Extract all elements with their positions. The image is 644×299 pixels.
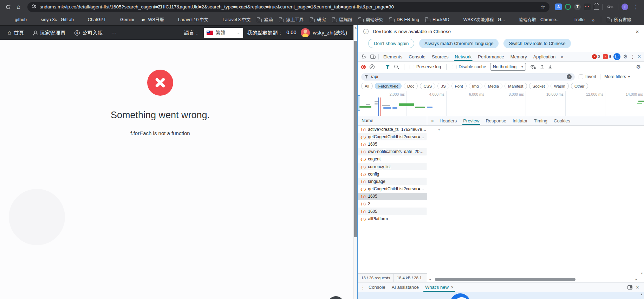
drawer-item[interactable]: Console xyxy=(365,282,389,292)
preview-line[interactable]: ▾220.8 xyxy=(427,196,644,202)
export-har-icon[interactable] xyxy=(548,65,552,69)
bookmark-item[interactable]: github xyxy=(4,15,30,24)
devtools-feedback-icon[interactable] xyxy=(613,53,620,60)
bookmark-item[interactable]: Laravel 10 中文 xyxy=(168,15,212,24)
filter-icon[interactable] xyxy=(385,65,390,69)
checkbox-icon[interactable] xyxy=(579,75,583,79)
detail-tab[interactable]: Initiator xyxy=(509,116,531,125)
scroll-up-icon[interactable] xyxy=(640,293,643,296)
preview-pane[interactable]: ▾cagent_game_rebate{1: 0.8, 2: 0.8, 3: 0… xyxy=(427,126,644,282)
url-text[interactable]: sndams.mkvip.co/detail/agent-list/1605?s… xyxy=(40,4,538,9)
more-tabs-icon[interactable] xyxy=(559,54,565,59)
request-row[interactable]: active?create_ts=176249679… xyxy=(358,126,427,133)
preview-line[interactable]: ▾cagent_game_rebate_name"ZHIC117_2025110… xyxy=(427,259,644,265)
filter-chip[interactable]: Font xyxy=(451,83,467,89)
bookmark-item[interactable]: 區塊鏈 xyxy=(329,15,355,24)
devtools-tab[interactable]: Elements xyxy=(380,52,405,61)
device-toolbar-icon[interactable] xyxy=(369,53,377,61)
preview-line[interactable]: ▾130.8 xyxy=(427,173,644,178)
preview-line[interactable]: ▾190.8 xyxy=(427,184,644,190)
devtools-tab[interactable]: Application xyxy=(530,52,559,61)
user-menu[interactable]: wsky_zhi(總站) xyxy=(301,28,349,37)
request-row[interactable]: 1605 xyxy=(358,140,427,148)
bookmark-item[interactable]: Laravel 8 中文 xyxy=(212,15,254,24)
tampermonkey-extension-icon[interactable] xyxy=(584,4,591,10)
preview-line[interactable]: ▾360.8 xyxy=(427,219,644,224)
network-conditions-icon[interactable] xyxy=(530,65,536,69)
devtools-tab[interactable]: Sources xyxy=(429,52,452,61)
reload-icon[interactable] xyxy=(4,2,13,12)
filter-chip[interactable]: Fetch/XHR xyxy=(375,83,402,89)
checkbox-icon[interactable] xyxy=(410,65,414,69)
network-settings-gear-icon[interactable] xyxy=(636,64,641,70)
password-key-icon[interactable] xyxy=(606,2,615,12)
dock-panel-icon[interactable] xyxy=(627,285,632,290)
filter-chip[interactable]: Doc xyxy=(404,83,418,89)
bookmark-item[interactable]: sinya 3c · GitLab xyxy=(30,15,77,24)
preview-line[interactable]: ▾ 50.8 xyxy=(427,155,644,161)
preview-line[interactable]: ▾cagent_game_rebate_uid340 xyxy=(427,265,644,270)
filter-value[interactable]: /api xyxy=(371,74,564,79)
extensions-puzzle-icon[interactable] xyxy=(594,4,599,10)
preview-line[interactable]: ▾110.8 xyxy=(427,161,644,167)
drawer-tab-whats-new[interactable]: What's new xyxy=(422,282,457,292)
clear-filter-icon[interactable] xyxy=(567,74,572,79)
preview-line[interactable]: ▾ 40.8 xyxy=(427,150,644,155)
nav-player-management[interactable]: 玩家管理頁 xyxy=(30,26,69,40)
banner-button[interactable]: Always match Chrome's language xyxy=(419,39,499,48)
drawer-item[interactable]: AI assistance xyxy=(389,282,422,292)
nav-home[interactable]: 首頁 xyxy=(4,26,27,40)
bookmark-item[interactable]: 鑫鼎 xyxy=(254,15,275,24)
scrollbar-thumb[interactable] xyxy=(435,278,575,281)
devtools-close-icon[interactable] xyxy=(638,53,641,60)
banner-button[interactable]: Don't show again xyxy=(368,39,414,48)
filter-chip[interactable]: CSS xyxy=(420,83,435,89)
filter-chip[interactable]: JS xyxy=(437,83,449,89)
preview-line[interactable]: ▾550.8 xyxy=(427,253,644,259)
preview-line[interactable]: ▾410.8 xyxy=(427,247,644,253)
filter-input[interactable]: /api xyxy=(361,73,575,81)
preview-line[interactable]: ▾180.8 xyxy=(427,179,644,184)
devtools-tab[interactable]: Memory xyxy=(507,52,530,61)
nav-company-deposit[interactable]: 公司入賬 xyxy=(71,26,106,40)
address-bar[interactable]: sndams.mkvip.co/detail/agent-list/1605?s… xyxy=(27,2,549,12)
green-ring-extension-icon[interactable] xyxy=(565,4,571,10)
request-row[interactable]: currency-list xyxy=(358,163,427,170)
disable-cache-checkbox[interactable]: Disable cache xyxy=(452,64,486,69)
issues-count-badge[interactable]: 9 xyxy=(603,54,611,59)
scroll-left-icon[interactable]: ◂ xyxy=(428,278,432,281)
request-row[interactable]: 1605 xyxy=(358,193,427,200)
browser-menu-icon[interactable] xyxy=(631,2,640,12)
timeline-handle[interactable] xyxy=(358,95,360,111)
bookmark-item[interactable]: 前端研究 xyxy=(356,15,386,24)
settings-gear-icon[interactable] xyxy=(623,53,627,60)
devtools-tab[interactable]: Console xyxy=(405,52,429,61)
site-info-icon[interactable] xyxy=(32,4,37,10)
filter-chip[interactable]: Manifest xyxy=(505,83,527,89)
bookmark-item[interactable]: WSKY功能排程 - G... xyxy=(453,15,508,24)
request-row[interactable]: language xyxy=(358,178,427,185)
checkbox-icon[interactable] xyxy=(452,65,456,69)
close-detail-icon[interactable] xyxy=(429,118,436,124)
network-overview-timeline[interactable]: 2,000 ms4,000 ms6,000 ms8,000 ms10,000 m… xyxy=(358,91,644,116)
bookmark-item[interactable]: DB-ER-Img xyxy=(387,15,422,24)
profile-avatar[interactable]: T xyxy=(622,4,628,10)
page-scrollbar[interactable] xyxy=(353,25,357,299)
bookmark-item[interactable]: 線上工具 xyxy=(276,15,306,24)
devtools-tab[interactable]: Performance xyxy=(475,52,507,61)
preview-line[interactable]: ▾cagent_game_rebate{1: 0.8, 2: 0.8, 3: 0… xyxy=(427,127,644,133)
record-button[interactable] xyxy=(361,65,366,69)
detail-tab[interactable]: Cookies xyxy=(551,116,573,125)
banner-close-icon[interactable] xyxy=(636,28,639,36)
preview-line[interactable]: ▾380.8 xyxy=(427,230,644,236)
preview-line[interactable]: ▾340.8 xyxy=(427,207,644,213)
detail-tab[interactable]: Timing xyxy=(531,116,551,125)
devtools-tab[interactable]: Network xyxy=(452,52,475,61)
filter-chip[interactable]: Media xyxy=(484,83,502,89)
language-select[interactable]: 繁體 xyxy=(204,28,243,38)
request-row[interactable]: config xyxy=(358,170,427,178)
banner-button[interactable]: Switch DevTools to Chinese xyxy=(503,39,571,48)
request-row[interactable]: own-notification?s_date=20… xyxy=(358,148,427,155)
preview-line[interactable]: ▾370.8 xyxy=(427,224,644,230)
filter-chip[interactable]: Wasm xyxy=(551,83,569,89)
